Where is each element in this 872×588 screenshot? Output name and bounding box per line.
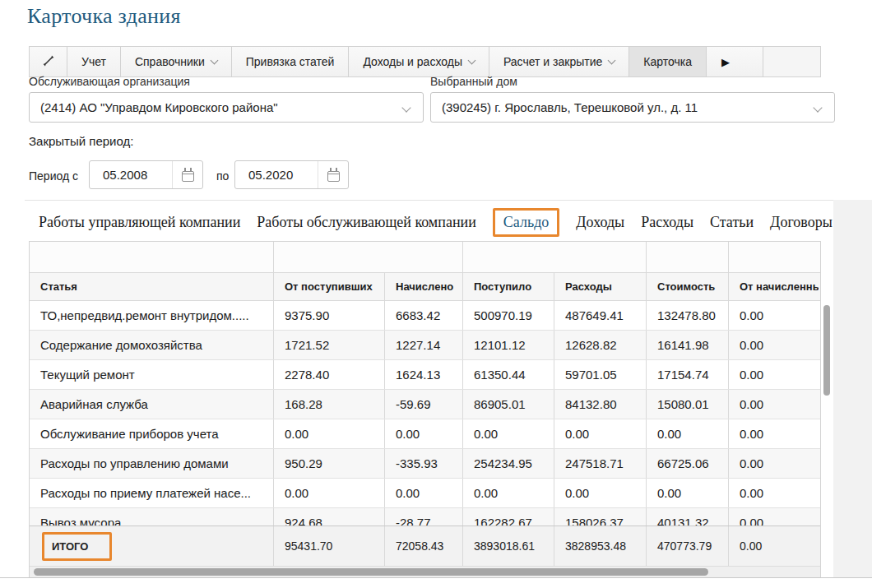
period-from-label: Период с [29, 169, 78, 183]
toolbar-button[interactable]: Расчет и закрытие [489, 47, 629, 76]
organization-value: (2414) АО "Управдом Кировского района" [40, 100, 278, 114]
tab[interactable]: Договоры [770, 210, 833, 235]
toolbar-button-label: Расчет и закрытие [503, 55, 602, 68]
panel-divider [25, 200, 872, 201]
toolbar-button[interactable]: Карточка [629, 47, 707, 76]
house-label: Выбранный дом [430, 75, 517, 88]
house-select[interactable]: (390245) г. Ярославль, Терешковой ул., д… [430, 92, 835, 123]
table-cell: 12101.12 [463, 331, 554, 359]
tab-label: Сальдо [503, 214, 550, 230]
horizontal-scrollbar[interactable] [30, 566, 820, 577]
main-toolbar: Учет Справочники Привязка статей Доходы … [29, 46, 821, 77]
table-cell: 15080.01 [647, 390, 729, 419]
period-from-calendar-button[interactable] [172, 161, 202, 188]
calendar-icon [327, 171, 340, 182]
tab-label: Доходы [576, 214, 624, 230]
section-tabs: Работы управляющей компании Работы обслу… [39, 206, 833, 238]
page-title: Карточка здания [27, 4, 181, 29]
vertical-scrollbar-thumb[interactable] [823, 305, 830, 396]
horizontal-scrollbar-thumb[interactable] [34, 568, 708, 576]
expand-arrows-icon [42, 54, 55, 70]
table-cell: 247518.71 [554, 449, 647, 478]
organization-select[interactable]: (2414) АО "Управдом Кировского района" [29, 92, 424, 123]
total-row: ИТОГО 95431.7072058.433893018.613828953.… [30, 525, 820, 566]
table-cell: Содержание домохозяйства [30, 331, 274, 359]
table-cell: 0.00 [729, 301, 819, 330]
table-cell: 12628.82 [554, 331, 647, 359]
toolbar-button-label: Справочники [135, 55, 205, 68]
toolbar-button[interactable]: Доходы и расходы [349, 47, 489, 76]
total-cell: 3828953.48 [554, 526, 647, 566]
toolbar-button[interactable]: Справочники [121, 47, 232, 76]
table-cell: 0.00 [554, 479, 647, 507]
table-body: ТО,непредвид.ремонт внутридом.....9375.9… [30, 301, 820, 525]
tab[interactable]: Расходы [641, 210, 693, 235]
table-cell: 0.00 [729, 419, 819, 448]
table-cell: 66725.06 [647, 449, 729, 478]
total-label-cell: ИТОГО [30, 526, 274, 566]
table-cell: 40131.32 [647, 508, 729, 525]
table-cell: 0.00 [274, 419, 385, 448]
table-row[interactable]: Расходы по приему платежей насе...0.000.… [30, 479, 820, 508]
column-header: Поступило [463, 273, 554, 300]
total-label: ИТОГО [52, 540, 88, 553]
table-cell: Расходы по управлению домами [30, 449, 274, 478]
table-row[interactable]: Обслуживание приборов учета0.000.000.000… [30, 419, 820, 449]
bottom-divider [0, 577, 872, 578]
table-row[interactable]: Текущий ремонт2278.401624.1361350.445970… [30, 360, 820, 390]
table-cell: 0.00 [729, 360, 819, 389]
table-cell: 0.00 [729, 479, 819, 507]
table-row[interactable]: Содержание домохозяйства1721.521227.1412… [30, 331, 820, 360]
table-cell: 84132.80 [554, 390, 647, 419]
table-row[interactable]: Вывоз мусора924.68-28.77162282.67158026.… [30, 508, 820, 525]
period-to-input[interactable] [235, 161, 318, 188]
table-row[interactable]: Аварийная служба168.28-59.6986905.018413… [30, 390, 820, 419]
building-card-page: Карточка здания Учет Справочники Привязк… [0, 0, 872, 588]
toolbar-button-label: Карточка [643, 55, 692, 68]
group-header-cell [463, 242, 647, 272]
table-cell: Вывоз мусора [30, 508, 274, 525]
table-cell: 61350.44 [463, 360, 554, 389]
tab[interactable]: Статьи [710, 210, 754, 235]
table-cell: 0.00 [729, 449, 819, 478]
period-to-calendar-button[interactable] [318, 161, 348, 188]
table-row[interactable]: Расходы по управлению домами950.29-335.9… [30, 449, 820, 479]
table-cell: Аварийная служба [30, 390, 274, 419]
period-from-input[interactable] [90, 161, 172, 188]
table-row[interactable]: ТО,непредвид.ремонт внутридом.....9375.9… [30, 301, 820, 331]
table-cell: 0.00 [554, 419, 647, 448]
total-cell: 95431.70 [274, 526, 385, 566]
table-cell: Обслуживание приборов учета [30, 419, 274, 448]
table-cell: 0.00 [647, 479, 729, 507]
table-cell: 0.00 [463, 419, 554, 448]
house-value: (390245) г. Ярославль, Терешковой ул., д… [442, 100, 698, 114]
column-header: Статья [30, 273, 274, 300]
column-header: Начислено [385, 273, 463, 300]
expand-button[interactable] [30, 47, 67, 76]
saldo-table: СтатьяОт поступившихНачисленоПоступилоРа… [29, 241, 821, 578]
tab[interactable]: Работы обслуживающей компании [257, 210, 475, 235]
chevron-down-icon [401, 103, 410, 112]
table-cell: 0.00 [647, 419, 729, 448]
table-cell: 0.00 [463, 479, 554, 507]
tab-label: Договоры [770, 214, 833, 230]
total-cell: 3893018.61 [463, 526, 554, 566]
table-cell: 950.29 [274, 449, 385, 478]
table-cell: 0.00 [729, 508, 819, 525]
chevron-down-icon [210, 56, 218, 64]
toolbar-button[interactable]: Привязка статей [232, 47, 350, 76]
tab[interactable]: Работы управляющей компании [39, 210, 240, 235]
table-cell: 86905.01 [463, 390, 554, 419]
table-cell: 2278.40 [274, 360, 385, 389]
closed-period-label: Закрытый период: [29, 134, 133, 148]
toolbar-button-label: Учет [81, 55, 106, 68]
tab-label: Расходы [641, 214, 693, 230]
toolbar-button[interactable]: Учет [67, 47, 121, 76]
tab[interactable]: Сальдо [493, 208, 560, 237]
table-cell: Расходы по приему платежей насе... [30, 479, 274, 507]
period-to-label: по [216, 169, 229, 183]
table-cell: 0.00 [274, 479, 385, 507]
tab[interactable]: Доходы [576, 210, 624, 235]
toolbar-forward-button[interactable]: ▶ [707, 47, 763, 76]
table-cell: 59701.05 [554, 360, 647, 389]
